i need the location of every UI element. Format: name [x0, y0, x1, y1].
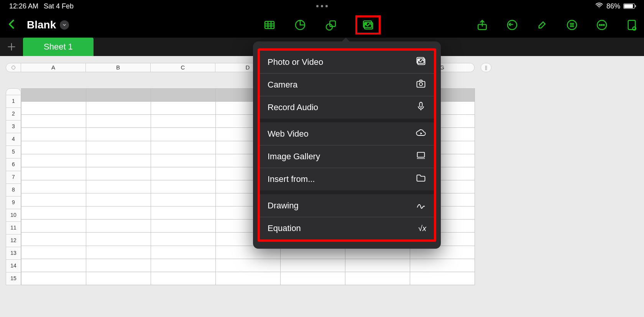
cell[interactable]: [410, 259, 475, 272]
add-column-handle[interactable]: ||: [481, 63, 491, 72]
cell[interactable]: [86, 154, 151, 167]
cell[interactable]: [151, 206, 216, 220]
cell[interactable]: [21, 206, 86, 220]
cell[interactable]: [151, 102, 216, 115]
menu-item-mic[interactable]: Record Audio: [260, 96, 434, 119]
battery-icon: [623, 3, 635, 9]
menu-item-equation[interactable]: Equation√x: [260, 217, 434, 239]
row-header[interactable]: 2: [6, 108, 21, 121]
cell[interactable]: [86, 246, 151, 259]
menu-item-scribble[interactable]: Drawing: [260, 194, 434, 217]
cell[interactable]: [151, 89, 216, 102]
cell[interactable]: [151, 115, 216, 128]
menu-item-camera[interactable]: Camera: [260, 73, 434, 96]
cell[interactable]: [21, 233, 86, 246]
cell[interactable]: [21, 128, 86, 141]
cell[interactable]: [21, 220, 86, 233]
cell[interactable]: [21, 102, 86, 115]
cell[interactable]: [151, 259, 216, 272]
row-header[interactable]: 10: [6, 209, 21, 222]
cell[interactable]: [86, 220, 151, 233]
cell[interactable]: [86, 167, 151, 180]
document-settings-button[interactable]: [626, 19, 638, 31]
cell[interactable]: [86, 89, 151, 102]
row-header[interactable]: 11: [6, 222, 21, 234]
cell[interactable]: [151, 233, 216, 246]
cell[interactable]: [86, 141, 151, 154]
cell[interactable]: [151, 180, 216, 193]
cell[interactable]: [21, 115, 86, 128]
select-all-corner[interactable]: [6, 63, 21, 72]
add-sheet-button[interactable]: [0, 38, 23, 56]
row-header[interactable]: 8: [6, 184, 21, 196]
cell[interactable]: [21, 89, 86, 102]
cell[interactable]: [151, 141, 216, 154]
cell[interactable]: [86, 233, 151, 246]
multitask-dots[interactable]: [316, 5, 328, 7]
cell[interactable]: [216, 272, 281, 285]
row-header[interactable]: 7: [6, 171, 21, 184]
column-header[interactable]: B: [86, 63, 151, 72]
battery-percent: 86%: [606, 2, 620, 10]
row-header[interactable]: 15: [6, 272, 21, 285]
cell[interactable]: [21, 272, 86, 285]
format-paint-button[interactable]: [536, 19, 548, 31]
menu-item-gallery[interactable]: Image Gallery: [260, 145, 434, 168]
cell[interactable]: [86, 193, 151, 206]
cell[interactable]: [151, 246, 216, 259]
cell[interactable]: [216, 259, 281, 272]
row-header[interactable]: 1: [6, 95, 21, 108]
row-header[interactable]: 6: [6, 158, 21, 171]
row-header[interactable]: 9: [6, 196, 21, 209]
cell[interactable]: [281, 272, 345, 285]
list-button[interactable]: [566, 19, 578, 31]
menu-item-folder[interactable]: Insert from...: [260, 168, 434, 190]
document-title[interactable]: Blank: [27, 19, 69, 31]
cell[interactable]: [21, 141, 86, 154]
cell[interactable]: [86, 128, 151, 141]
column-header[interactable]: C: [151, 63, 215, 72]
menu-item-label: Camera: [268, 80, 297, 90]
row-header[interactable]: 12: [6, 234, 21, 247]
undo-button[interactable]: [506, 19, 518, 31]
more-button[interactable]: [596, 19, 608, 31]
insert-shape-button[interactable]: [325, 19, 337, 31]
cell[interactable]: [151, 272, 216, 285]
cell[interactable]: [21, 180, 86, 193]
cell[interactable]: [151, 128, 216, 141]
cell[interactable]: [86, 102, 151, 115]
row-header[interactable]: 13: [6, 247, 21, 260]
svg-point-13: [603, 25, 605, 26]
cell[interactable]: [151, 154, 216, 167]
column-header[interactable]: A: [21, 63, 86, 72]
sheet-tab-active[interactable]: Sheet 1: [23, 38, 94, 56]
row-header[interactable]: 4: [6, 133, 21, 146]
cell[interactable]: [410, 272, 475, 285]
share-button[interactable]: [476, 19, 488, 31]
row-header[interactable]: 3: [6, 121, 21, 133]
cell[interactable]: [21, 167, 86, 180]
row-header[interactable]: 14: [6, 260, 21, 272]
insert-media-button[interactable]: [362, 19, 374, 31]
menu-item-photo-video[interactable]: Photo or Video: [260, 51, 434, 73]
insert-chart-button[interactable]: [294, 19, 306, 31]
cell[interactable]: [151, 193, 216, 206]
cell[interactable]: [281, 259, 345, 272]
cell[interactable]: [86, 206, 151, 220]
menu-item-cloud-play[interactable]: Web Video: [260, 122, 434, 145]
cell[interactable]: [86, 259, 151, 272]
cell[interactable]: [151, 167, 216, 180]
cell[interactable]: [86, 115, 151, 128]
back-button[interactable]: [6, 18, 18, 31]
cell[interactable]: [21, 246, 86, 259]
row-header[interactable]: 5: [6, 146, 21, 158]
cell[interactable]: [86, 180, 151, 193]
cell[interactable]: [21, 193, 86, 206]
cell[interactable]: [21, 154, 86, 167]
cell[interactable]: [345, 272, 410, 285]
cell[interactable]: [345, 259, 410, 272]
cell[interactable]: [151, 220, 216, 233]
cell[interactable]: [86, 272, 151, 285]
insert-table-button[interactable]: [263, 19, 276, 31]
cell[interactable]: [21, 259, 86, 272]
